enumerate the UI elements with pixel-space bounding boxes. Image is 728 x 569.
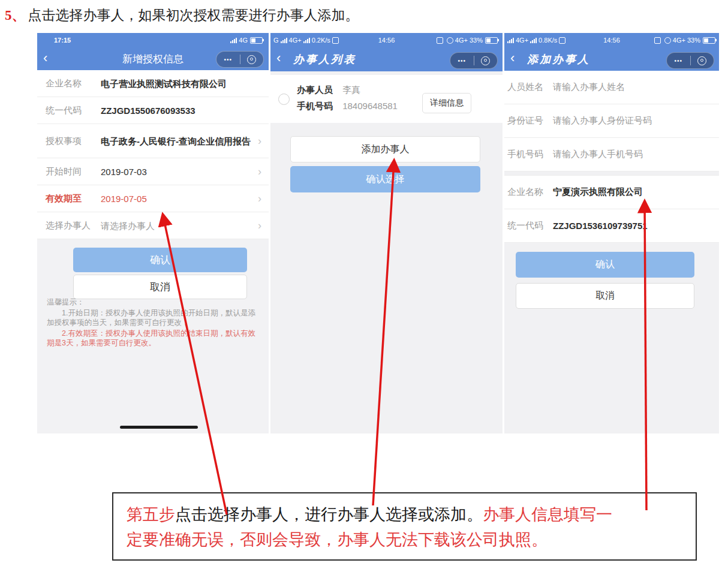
agent-phone-value: 18409648581 (342, 101, 398, 111)
field-label: 统一代码 (46, 105, 101, 116)
close-target-icon[interactable] (240, 55, 264, 64)
more-icon[interactable] (216, 54, 240, 65)
confirm-button[interactable]: 确认 (73, 248, 247, 272)
status-time: 17:15 (54, 33, 71, 47)
status-bar: G 4G+ 0.2K/s 14:56 4G+ 33% (270, 33, 503, 47)
battery-icon (250, 37, 263, 44)
field-value: ZZJGD1536109739751 (553, 221, 713, 231)
section-gap (504, 171, 719, 176)
field-value: 宁夏演示执照有限公司 (553, 186, 713, 198)
field-row-unified-code: 统一代码 ZZJGD1550676093533 (37, 97, 269, 124)
network-label: 4G+ (455, 37, 468, 44)
field-label: 统一代码 (507, 220, 553, 231)
field-row-unified-code: 统一代码 ZZJGD1536109739751 (504, 209, 719, 243)
step-heading-text: 点击选择办事人，如果初次授权需要进行办事人添加。 (28, 8, 359, 23)
step-heading: 5、点击选择办事人，如果初次授权需要进行办事人添加。 (5, 6, 359, 25)
close-target-icon[interactable] (474, 56, 498, 65)
field-label: 选择办事人 (46, 220, 101, 231)
note-warning-start: 办事人信息填写一 (483, 505, 612, 523)
battery-percent: 33% (470, 37, 483, 44)
cancel-button[interactable]: 取消 (516, 283, 694, 309)
back-icon[interactable] (510, 50, 515, 67)
network-label: 4G+ (673, 37, 685, 44)
field-label: 手机号码 (507, 149, 553, 160)
field-row-company-name: 企业名称 电子营业执照测试科技有限公司 (37, 70, 269, 97)
status-bar: 17:15 4G (37, 33, 269, 47)
input-placeholder: 请输入办事人手机号码 (553, 149, 713, 160)
field-row-select-agent[interactable]: 选择办事人 请选择办事人 (37, 212, 269, 239)
note-warning-end: 定要准确无误，否则会导致，办事人无法下载该公司执照。 (127, 531, 547, 549)
field-label: 人员姓名 (507, 82, 553, 93)
signal-icon (230, 38, 237, 43)
chevron-right-icon (258, 165, 261, 178)
field-value: 电子政务-人民银行-查询企业信用报告 (101, 136, 254, 147)
tips-title: 温馨提示： (47, 297, 261, 307)
field-label: 企业名称 (46, 78, 101, 89)
agent-phone-label: 手机号码 (297, 101, 333, 111)
home-indicator (120, 426, 198, 429)
vibrate-icon (437, 37, 443, 44)
field-value: 2019-07-03 (101, 166, 254, 177)
battery-icon (703, 37, 715, 44)
more-icon[interactable] (667, 55, 690, 66)
page-title: 办事人列表 (293, 52, 356, 67)
cancel-button[interactable]: 取消 (73, 275, 247, 299)
miniprogram-capsule (450, 52, 498, 69)
screenshot-new-authorization: 17:15 4G 新增授权信息 企业名称 电子营业执照测试科技有限公司 统一代码 (37, 33, 269, 433)
tips-block: 温馨提示： 1.开始日期：授权办事人使用该执照的开始日期，默认是添加授权事项的当… (47, 297, 261, 349)
alarm-icon (664, 37, 671, 44)
agent-list-item[interactable]: 办事人员 李真 手机号码 18409648581 详细信息 (270, 75, 503, 123)
battery-icon (485, 37, 498, 44)
close-target-icon[interactable] (691, 56, 714, 65)
battery-percent: 33% (687, 37, 700, 44)
network-label: 4G (239, 37, 248, 44)
nav-bar: 添加办事人 (504, 47, 719, 71)
tutorial-page: 5、点击选择办事人，如果初次授权需要进行办事人添加。 17:15 4G 新增授权… (0, 0, 728, 569)
field-value: 2019-07-05 (101, 193, 254, 204)
field-row-auth-item[interactable]: 授权事项 电子政务-人民银行-查询企业信用报告 (37, 124, 269, 158)
input-row-person-name[interactable]: 人员姓名 请输入办事人姓名 (504, 71, 719, 104)
more-icon[interactable] (450, 55, 474, 66)
instruction-note-box: 第五步点击选择办事人，进行办事人选择或添加。办事人信息填写一 定要准确无误，否则… (112, 492, 697, 561)
agent-name-value: 李真 (342, 85, 360, 95)
input-row-phone-number[interactable]: 手机号码 请输入办事人手机号码 (504, 138, 719, 171)
chevron-right-icon (258, 219, 261, 232)
field-label: 有效期至 (46, 193, 101, 204)
field-value: ZZJGD1550676093533 (101, 105, 261, 116)
input-row-id-number[interactable]: 身份证号 请输入办事人身份证号码 (504, 104, 719, 138)
field-label: 开始时间 (46, 166, 101, 177)
chevron-right-icon (258, 135, 261, 147)
detail-info-button[interactable]: 详细信息 (422, 93, 471, 113)
screenshot-agent-list: G 4G+ 0.2K/s 14:56 4G+ 33% 办事人列表 (270, 33, 503, 433)
field-placeholder: 请选择办事人 (101, 220, 254, 231)
tips-line-2: 2.有效期至：授权办事人使用该执照的结束日期，默认有效期是3天，如果需要可自行更… (47, 329, 261, 348)
radio-button[interactable] (278, 94, 290, 105)
field-row-company-name: 企业名称 宁夏演示执照有限公司 (504, 176, 719, 209)
confirm-selection-button[interactable]: 确认选择 (290, 166, 480, 192)
status-bar: 4G+ 0.8K/s 14:56 4G+ 33% (504, 33, 719, 47)
note-step-label: 第五步 (127, 505, 175, 523)
note-line-1: 第五步点击选择办事人，进行办事人选择或添加。办事人信息填写一 (127, 502, 684, 527)
chevron-right-icon (258, 192, 261, 205)
alarm-icon (447, 37, 453, 44)
add-agent-button[interactable]: 添加办事人 (290, 136, 480, 162)
miniprogram-capsule (666, 52, 714, 69)
input-placeholder: 请输入办事人姓名 (553, 82, 713, 93)
field-label: 企业名称 (507, 186, 553, 198)
confirm-button[interactable]: 确认 (516, 252, 694, 278)
field-value: 电子营业执照测试科技有限公司 (101, 78, 261, 89)
nav-bar: 办事人列表 (270, 47, 503, 71)
nav-bar: 新增授权信息 (37, 47, 269, 70)
field-row-valid-until[interactable]: 有效期至 2019-07-05 (37, 185, 269, 212)
step-number: 5、 (5, 8, 26, 23)
field-row-start-date[interactable]: 开始时间 2019-07-03 (37, 158, 269, 185)
page-title: 添加办事人 (527, 52, 590, 67)
miniprogram-capsule (216, 51, 264, 68)
note-black-text: 点击选择办事人，进行办事人选择或添加。 (175, 505, 483, 523)
tips-line-1: 1.开始日期：授权办事人使用该执照的开始日期，默认是添加授权事项的当天，如果需要… (47, 308, 261, 327)
note-line-2: 定要准确无误，否则会导致，办事人无法下载该公司执照。 (127, 527, 684, 552)
field-label: 授权事项 (46, 136, 101, 147)
agent-name-label: 办事人员 (297, 85, 333, 95)
field-label: 身份证号 (507, 115, 553, 127)
back-icon[interactable] (276, 50, 281, 67)
